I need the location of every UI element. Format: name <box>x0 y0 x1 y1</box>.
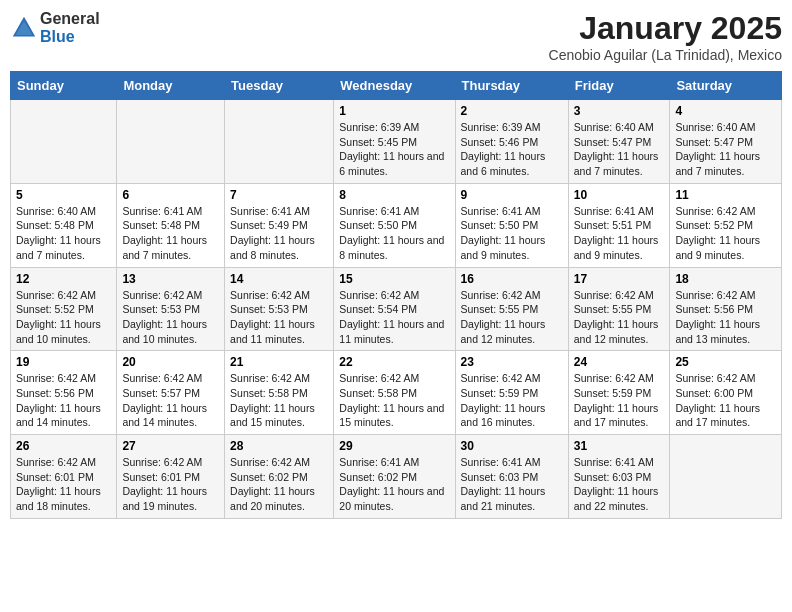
calendar-cell: 23Sunrise: 6:42 AMSunset: 5:59 PMDayligh… <box>455 351 568 435</box>
sunset-text: Sunset: 5:46 PM <box>461 136 539 148</box>
calendar-cell: 15Sunrise: 6:42 AMSunset: 5:54 PMDayligh… <box>334 267 455 351</box>
calendar-cell: 10Sunrise: 6:41 AMSunset: 5:51 PMDayligh… <box>568 183 670 267</box>
day-number: 29 <box>339 439 449 453</box>
calendar-cell: 7Sunrise: 6:41 AMSunset: 5:49 PMDaylight… <box>225 183 334 267</box>
sunset-text: Sunset: 5:55 PM <box>461 303 539 315</box>
calendar-cell: 9Sunrise: 6:41 AMSunset: 5:50 PMDaylight… <box>455 183 568 267</box>
weekday-header-row: SundayMondayTuesdayWednesdayThursdayFrid… <box>11 72 782 100</box>
title-block: January 2025 Cenobio Aguilar (La Trinida… <box>549 10 782 63</box>
day-number: 27 <box>122 439 219 453</box>
day-number: 13 <box>122 272 219 286</box>
sunrise-text: Sunrise: 6:40 AM <box>574 121 654 133</box>
calendar-cell: 30Sunrise: 6:41 AMSunset: 6:03 PMDayligh… <box>455 435 568 519</box>
daylight-text: Daylight: 11 hours and 10 minutes. <box>16 318 101 345</box>
day-number: 25 <box>675 355 776 369</box>
sunset-text: Sunset: 6:03 PM <box>574 471 652 483</box>
day-info: Sunrise: 6:42 AMSunset: 6:01 PMDaylight:… <box>16 455 111 514</box>
sunrise-text: Sunrise: 6:42 AM <box>230 289 310 301</box>
calendar-cell: 2Sunrise: 6:39 AMSunset: 5:46 PMDaylight… <box>455 100 568 184</box>
calendar-cell: 29Sunrise: 6:41 AMSunset: 6:02 PMDayligh… <box>334 435 455 519</box>
sunset-text: Sunset: 5:45 PM <box>339 136 417 148</box>
day-number: 12 <box>16 272 111 286</box>
sunset-text: Sunset: 5:47 PM <box>574 136 652 148</box>
sunrise-text: Sunrise: 6:42 AM <box>230 372 310 384</box>
sunset-text: Sunset: 5:51 PM <box>574 219 652 231</box>
calendar-cell <box>117 100 225 184</box>
day-info: Sunrise: 6:41 AMSunset: 5:51 PMDaylight:… <box>574 204 665 263</box>
day-number: 7 <box>230 188 328 202</box>
sunset-text: Sunset: 6:00 PM <box>675 387 753 399</box>
day-info: Sunrise: 6:41 AMSunset: 6:03 PMDaylight:… <box>461 455 563 514</box>
weekday-header-saturday: Saturday <box>670 72 782 100</box>
logo-blue-text: Blue <box>40 28 100 46</box>
calendar-title: January 2025 <box>549 10 782 47</box>
daylight-text: Daylight: 11 hours and 9 minutes. <box>574 234 659 261</box>
day-number: 11 <box>675 188 776 202</box>
sunrise-text: Sunrise: 6:42 AM <box>16 456 96 468</box>
daylight-text: Daylight: 11 hours and 16 minutes. <box>461 402 546 429</box>
calendar-cell: 13Sunrise: 6:42 AMSunset: 5:53 PMDayligh… <box>117 267 225 351</box>
day-number: 9 <box>461 188 563 202</box>
sunrise-text: Sunrise: 6:41 AM <box>230 205 310 217</box>
calendar-cell: 8Sunrise: 6:41 AMSunset: 5:50 PMDaylight… <box>334 183 455 267</box>
sunset-text: Sunset: 5:47 PM <box>675 136 753 148</box>
day-info: Sunrise: 6:42 AMSunset: 5:56 PMDaylight:… <box>675 288 776 347</box>
logo: General Blue <box>10 10 100 45</box>
day-number: 8 <box>339 188 449 202</box>
daylight-text: Daylight: 11 hours and 15 minutes. <box>339 402 444 429</box>
day-number: 1 <box>339 104 449 118</box>
day-info: Sunrise: 6:42 AMSunset: 5:56 PMDaylight:… <box>16 371 111 430</box>
sunset-text: Sunset: 6:03 PM <box>461 471 539 483</box>
daylight-text: Daylight: 11 hours and 7 minutes. <box>16 234 101 261</box>
day-info: Sunrise: 6:42 AMSunset: 5:53 PMDaylight:… <box>122 288 219 347</box>
calendar-cell: 25Sunrise: 6:42 AMSunset: 6:00 PMDayligh… <box>670 351 782 435</box>
day-info: Sunrise: 6:42 AMSunset: 5:52 PMDaylight:… <box>675 204 776 263</box>
sunrise-text: Sunrise: 6:40 AM <box>16 205 96 217</box>
day-number: 17 <box>574 272 665 286</box>
calendar-cell <box>225 100 334 184</box>
sunrise-text: Sunrise: 6:42 AM <box>122 372 202 384</box>
weekday-header-monday: Monday <box>117 72 225 100</box>
sunrise-text: Sunrise: 6:42 AM <box>675 289 755 301</box>
sunrise-text: Sunrise: 6:41 AM <box>574 205 654 217</box>
page-header: General Blue January 2025 Cenobio Aguila… <box>10 10 782 63</box>
sunrise-text: Sunrise: 6:42 AM <box>122 456 202 468</box>
daylight-text: Daylight: 11 hours and 17 minutes. <box>675 402 760 429</box>
day-info: Sunrise: 6:42 AMSunset: 5:59 PMDaylight:… <box>461 371 563 430</box>
daylight-text: Daylight: 11 hours and 18 minutes. <box>16 485 101 512</box>
calendar-cell: 1Sunrise: 6:39 AMSunset: 5:45 PMDaylight… <box>334 100 455 184</box>
calendar-cell: 21Sunrise: 6:42 AMSunset: 5:58 PMDayligh… <box>225 351 334 435</box>
weekday-header-sunday: Sunday <box>11 72 117 100</box>
daylight-text: Daylight: 11 hours and 12 minutes. <box>461 318 546 345</box>
sunrise-text: Sunrise: 6:39 AM <box>461 121 541 133</box>
day-number: 2 <box>461 104 563 118</box>
sunset-text: Sunset: 5:50 PM <box>461 219 539 231</box>
weekday-header-tuesday: Tuesday <box>225 72 334 100</box>
calendar-cell: 12Sunrise: 6:42 AMSunset: 5:52 PMDayligh… <box>11 267 117 351</box>
daylight-text: Daylight: 11 hours and 15 minutes. <box>230 402 315 429</box>
sunset-text: Sunset: 5:48 PM <box>122 219 200 231</box>
sunrise-text: Sunrise: 6:40 AM <box>675 121 755 133</box>
daylight-text: Daylight: 11 hours and 7 minutes. <box>574 150 659 177</box>
daylight-text: Daylight: 11 hours and 14 minutes. <box>16 402 101 429</box>
day-info: Sunrise: 6:42 AMSunset: 6:00 PMDaylight:… <box>675 371 776 430</box>
calendar-week-row: 5Sunrise: 6:40 AMSunset: 5:48 PMDaylight… <box>11 183 782 267</box>
sunset-text: Sunset: 5:59 PM <box>461 387 539 399</box>
daylight-text: Daylight: 11 hours and 10 minutes. <box>122 318 207 345</box>
day-number: 6 <box>122 188 219 202</box>
calendar-cell: 31Sunrise: 6:41 AMSunset: 6:03 PMDayligh… <box>568 435 670 519</box>
day-info: Sunrise: 6:41 AMSunset: 5:50 PMDaylight:… <box>339 204 449 263</box>
sunrise-text: Sunrise: 6:42 AM <box>461 372 541 384</box>
daylight-text: Daylight: 11 hours and 13 minutes. <box>675 318 760 345</box>
sunrise-text: Sunrise: 6:41 AM <box>339 456 419 468</box>
day-info: Sunrise: 6:42 AMSunset: 5:58 PMDaylight:… <box>339 371 449 430</box>
sunset-text: Sunset: 5:53 PM <box>122 303 200 315</box>
weekday-header-wednesday: Wednesday <box>334 72 455 100</box>
sunset-text: Sunset: 5:48 PM <box>16 219 94 231</box>
day-info: Sunrise: 6:42 AMSunset: 5:52 PMDaylight:… <box>16 288 111 347</box>
sunrise-text: Sunrise: 6:42 AM <box>16 289 96 301</box>
calendar-subtitle: Cenobio Aguilar (La Trinidad), Mexico <box>549 47 782 63</box>
sunset-text: Sunset: 5:56 PM <box>16 387 94 399</box>
calendar-cell: 5Sunrise: 6:40 AMSunset: 5:48 PMDaylight… <box>11 183 117 267</box>
sunrise-text: Sunrise: 6:42 AM <box>461 289 541 301</box>
